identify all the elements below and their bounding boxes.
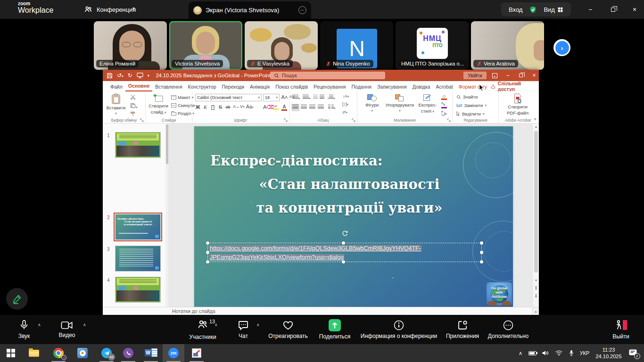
resize-handle[interactable]	[480, 251, 483, 254]
tab-review[interactable]: Рецензування	[311, 82, 348, 91]
start-slideshow-icon[interactable]	[137, 73, 143, 78]
drawing-dialog-launcher[interactable]	[447, 118, 451, 122]
tab-insert[interactable]: Вставлення	[152, 82, 185, 91]
minimize-button[interactable]: −	[581, 0, 600, 19]
audio-options-chevron[interactable]: ∧	[38, 322, 41, 327]
character-spacing-button[interactable]: A↔V▾	[233, 104, 240, 109]
ppt-minimize-button[interactable]: −	[502, 70, 514, 81]
resize-handle[interactable]	[206, 260, 209, 263]
notes-bar[interactable]: Нотатки до слайда ▲	[103, 307, 539, 315]
shapes-button[interactable]: Фігури▾	[361, 94, 383, 113]
more-button[interactable]: Дополнительно	[483, 315, 533, 344]
viber-button[interactable]	[117, 344, 139, 362]
video-tile-active-speaker[interactable]: Victoria Shvetsova	[169, 21, 242, 70]
share-screen-button[interactable]: Поделиться	[311, 315, 358, 344]
text-direction-button[interactable]: ↓A▾	[342, 94, 349, 99]
thumbnail-scrollbar[interactable]	[165, 123, 169, 307]
participants-options-chevron[interactable]: ∧	[215, 322, 218, 327]
previous-slide-button[interactable]: ▲▲	[533, 286, 539, 289]
align-left-button[interactable]	[291, 104, 299, 111]
annotation-tools-button[interactable]	[6, 288, 28, 310]
slide-thumbnail-1[interactable]	[116, 132, 160, 157]
justify-button[interactable]	[318, 105, 324, 110]
video-tile[interactable]: E Vasylevska	[245, 21, 318, 70]
tab-options-icon[interactable]: ⋯	[298, 6, 306, 14]
slide-thumbnail-4[interactable]	[116, 277, 160, 302]
line-spacing-button[interactable]: ↕▾	[327, 95, 335, 100]
security-shield-icon[interactable]	[529, 6, 537, 14]
conference-tab[interactable]: Конференция	[84, 0, 136, 19]
file-explorer-button[interactable]	[23, 344, 45, 362]
tray-mic-icon[interactable]	[566, 344, 577, 362]
leave-button[interactable]: Выйти	[603, 315, 638, 344]
arrange-button[interactable]: Упорядкувати▾	[385, 94, 415, 113]
align-center-button[interactable]	[301, 105, 307, 110]
tab-transitions[interactable]: Переходи	[219, 82, 247, 91]
paint-button[interactable]	[186, 344, 207, 362]
thumbnail-scrollbar-thumb[interactable]	[166, 124, 168, 164]
reset-button[interactable]: Скинути	[171, 103, 195, 108]
create-pdf-button[interactable]: Створити PDF-файл	[505, 93, 530, 116]
text-shadow-button[interactable]: ab	[224, 105, 231, 109]
volume-icon[interactable]	[539, 344, 552, 362]
tab-file[interactable]: Файл	[107, 82, 125, 91]
tab-home[interactable]: Основне	[125, 82, 152, 91]
zoom-app-button-active[interactable]: zm	[163, 344, 184, 362]
select-button[interactable]: Виділити▾	[456, 111, 484, 116]
telegram-button[interactable]: 46	[96, 344, 117, 362]
rotate-handle[interactable]	[341, 230, 348, 237]
meeting-info-button[interactable]: Информация о конференции	[363, 315, 435, 344]
notification-center-button[interactable]: 2	[625, 344, 640, 362]
decrease-indent-button[interactable]	[313, 95, 318, 100]
url-text[interactable]: https://docs.google.com/forms/d/e/1FAIpQ…	[209, 244, 421, 262]
resize-handle[interactable]	[480, 260, 483, 263]
align-text-button[interactable]: [↕]▾	[342, 102, 348, 107]
scroll-down-button[interactable]: ▼	[533, 279, 539, 282]
ppt-search-box[interactable]: Пошук	[270, 72, 385, 79]
video-tile[interactable]: НМЦ ПТО НМЦ ПТО Запорізька о...	[396, 21, 469, 70]
smartart-convert-button[interactable]: ⇄▾	[342, 110, 347, 115]
wifi-icon[interactable]	[553, 344, 565, 362]
change-case-button[interactable]: Aa▾	[246, 104, 253, 109]
resize-handle[interactable]	[206, 251, 209, 254]
apps-button[interactable]: Приложения	[441, 315, 484, 344]
next-participants-button[interactable]: ›	[553, 39, 570, 56]
qat-more-icon[interactable]: ▾	[148, 74, 149, 78]
replace-button[interactable]: b⇄Замінити▾	[456, 103, 487, 108]
redo-icon[interactable]: ↻	[128, 72, 132, 79]
font-color-button[interactable]: А	[281, 104, 288, 111]
share-access-button[interactable]: Спільний доступ	[487, 82, 539, 91]
italic-button[interactable]: К	[202, 104, 209, 110]
video-tile[interactable]: Еліна Романій	[94, 21, 167, 70]
video-options-chevron[interactable]: ∧	[83, 322, 86, 327]
chat-options-chevron[interactable]: ∧	[256, 322, 260, 327]
slide-scrollbar[interactable]: ▲ ▼ ▲▲ ▼▼	[532, 123, 539, 307]
audio-button[interactable]: Звук	[7, 315, 41, 344]
tab-acrobat[interactable]: Acrobat	[433, 82, 456, 91]
view-button[interactable]: Вид	[544, 6, 563, 13]
find-button[interactable]: Знайти	[456, 94, 478, 99]
slide-thumbnail-2-selected[interactable]: Експрес-діагностика: «Стан налаштованост…	[116, 214, 160, 239]
slide-canvas[interactable]: Експрес-діагностика: «Стан налаштованост…	[194, 126, 513, 307]
clipboard-dialog-launcher[interactable]	[140, 118, 144, 122]
tray-expand-chevron[interactable]: ∧	[515, 344, 526, 362]
font-size-combo[interactable]: 18▾	[263, 94, 280, 101]
format-painter-button[interactable]	[130, 111, 136, 118]
resize-handle[interactable]	[206, 241, 209, 245]
start-button[interactable]	[0, 344, 22, 362]
tab-view[interactable]: Подання	[349, 82, 374, 91]
signin-button[interactable]: Вход	[509, 6, 522, 13]
layout-button[interactable]: Макет▾	[171, 95, 193, 100]
shape-effects-button[interactable]: ❑▾	[441, 111, 447, 116]
tab-help[interactable]: Довідка	[410, 82, 433, 91]
save-icon[interactable]	[107, 73, 113, 79]
section-button[interactable]: Розділ▾	[171, 111, 194, 116]
video-button[interactable]: Видео	[50, 315, 84, 344]
react-button[interactable]: Отреагировать	[264, 315, 312, 344]
collapse-ribbon-button[interactable]: ∧	[534, 117, 537, 121]
strikethrough-button[interactable]: S	[217, 104, 224, 110]
chrome-button[interactable]	[48, 344, 69, 362]
quick-styles-button[interactable]: Експрес- стилі ▾	[417, 94, 438, 114]
office-signin-button[interactable]: Увійти	[463, 72, 487, 79]
paragraph-dialog-launcher[interactable]	[352, 118, 355, 122]
